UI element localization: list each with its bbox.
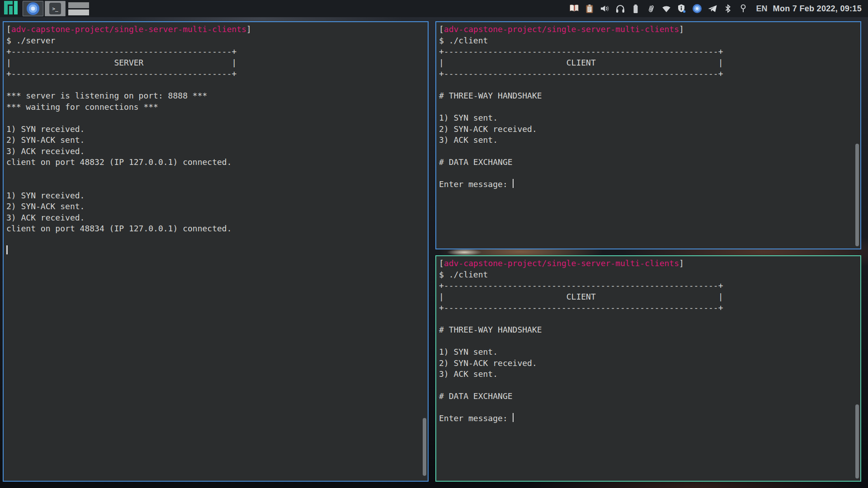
- terminal-window-client-top[interactable]: [adv-capstone-project/single-server-mult…: [435, 21, 861, 249]
- manjaro-logo-icon: [4, 1, 18, 16]
- prompt-bracket: [: [6, 24, 11, 34]
- window-button-icon: [68, 2, 89, 8]
- text-cursor: [6, 245, 8, 254]
- clipboard-notes-icon[interactable]: [585, 3, 594, 14]
- battery-icon[interactable]: [631, 3, 641, 14]
- prompt-path-line: [adv-capstone-project/single-server-mult…: [6, 24, 425, 35]
- panel-launchers: >_: [0, 0, 93, 17]
- window-button-icon: [68, 9, 89, 15]
- terminal-launcher[interactable]: >_: [45, 1, 66, 16]
- find-cursor-icon[interactable]: [738, 3, 748, 14]
- bluetooth-icon[interactable]: [723, 3, 733, 14]
- terminal-output-client-bottom: $ ./client +----------------------------…: [439, 269, 858, 424]
- terminal-output-client-top: $ ./client +----------------------------…: [439, 35, 858, 190]
- panel-clock[interactable]: Mon 7 Feb 2022, 09:15: [773, 4, 862, 14]
- chromium-tray-icon[interactable]: [692, 3, 702, 14]
- chromium-launcher[interactable]: [23, 1, 43, 16]
- address-book-icon[interactable]: [569, 3, 579, 14]
- text-cursor: [513, 413, 514, 422]
- system-tray: EN Mon 7 Feb 2022, 09:15: [569, 0, 868, 17]
- keyboard-layout-indicator[interactable]: EN: [756, 4, 768, 14]
- prompt-bracket: ]: [246, 24, 251, 34]
- security-shield-icon[interactable]: [677, 3, 687, 14]
- paperclip-icon[interactable]: [646, 3, 656, 14]
- wifi-icon[interactable]: [661, 3, 671, 14]
- window-buttons[interactable]: [67, 1, 91, 16]
- repo-path: adv-capstone-project/single-server-multi…: [11, 24, 246, 34]
- terminal-icon: >_: [49, 3, 61, 14]
- prompt-bracket: [: [439, 24, 444, 34]
- repo-path: adv-capstone-project/single-server-multi…: [444, 258, 679, 268]
- volume-icon[interactable]: [600, 3, 610, 14]
- telegram-icon[interactable]: [708, 3, 717, 14]
- manjaro-menu-button[interactable]: [2, 0, 20, 17]
- repo-path: adv-capstone-project/single-server-multi…: [444, 24, 679, 34]
- prompt-bracket: ]: [679, 24, 684, 34]
- prompt-bracket: ]: [679, 258, 684, 268]
- terminal-window-server[interactable]: [adv-capstone-project/single-server-mult…: [3, 21, 429, 482]
- chromium-icon: [27, 2, 39, 15]
- terminal-output-server: $ ./server +----------------------------…: [6, 35, 425, 235]
- top-panel: >_: [0, 0, 868, 17]
- prompt-path-line: [adv-capstone-project/single-server-mult…: [439, 258, 858, 269]
- prompt-path-line: [adv-capstone-project/single-server-mult…: [439, 24, 858, 35]
- scrollbar-thumb[interactable]: [855, 404, 859, 479]
- scrollbar-thumb[interactable]: [423, 418, 426, 476]
- terminal-window-client-bottom[interactable]: [adv-capstone-project/single-server-mult…: [435, 255, 861, 482]
- scrollbar-thumb[interactable]: [855, 144, 859, 246]
- headphones-icon[interactable]: [615, 3, 625, 14]
- prompt-bracket: [: [439, 258, 444, 268]
- text-cursor: [513, 179, 514, 188]
